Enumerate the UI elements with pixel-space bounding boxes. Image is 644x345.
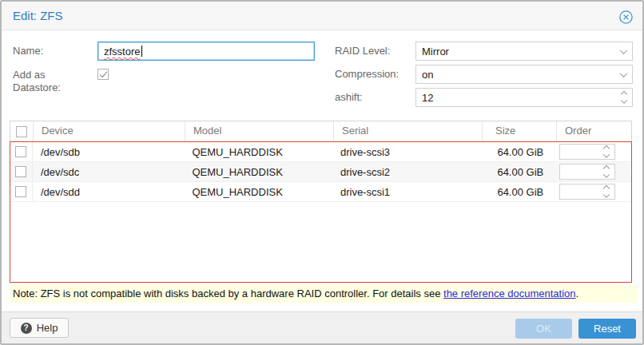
raid-level-label: RAID Level: <box>335 42 390 61</box>
size-cell: 64.00 GiB <box>480 186 555 198</box>
compression-value: on <box>422 69 433 81</box>
column-header-device[interactable]: Device <box>33 121 185 141</box>
table-row[interactable]: /dev/sdd QEMU_HARDDISK drive-scsi1 64.00… <box>10 182 631 202</box>
chevron-down-icon[interactable] <box>621 65 626 83</box>
add-as-datastore-checkbox[interactable] <box>97 69 109 80</box>
column-header-model[interactable]: Model <box>185 121 333 141</box>
zfs-note: Note: ZFS is not compatible with disks b… <box>10 285 637 303</box>
reference-documentation-link[interactable]: the reference documentation <box>443 288 576 299</box>
ashift-value: 12 <box>422 92 433 104</box>
spinner-up-icon[interactable] <box>603 145 610 151</box>
name-input-value: zfsstore <box>104 46 141 58</box>
select-all-cell <box>10 121 33 141</box>
disk-table: Device Model Serial Size Order /dev/sdb … <box>10 121 632 283</box>
device-cell: /dev/sdb <box>33 146 185 158</box>
spinner-arrows[interactable] <box>604 145 609 159</box>
chevron-down-icon[interactable] <box>621 42 626 60</box>
spinner-up-icon[interactable] <box>603 184 610 191</box>
size-cell: 64.00 GiB <box>480 166 555 178</box>
row-checkbox-cell <box>10 162 33 181</box>
spinner-up-icon[interactable] <box>603 165 610 171</box>
raid-level-select[interactable]: Mirror <box>415 42 633 61</box>
compression-label: Compression: <box>335 65 399 84</box>
order-spinner[interactable] <box>559 144 615 160</box>
order-spinner[interactable] <box>559 184 615 200</box>
spinner-down-icon[interactable] <box>603 171 610 177</box>
text-caret <box>141 46 142 57</box>
order-cell <box>555 164 631 180</box>
disk-table-body: /dev/sdb QEMU_HARDDISK drive-scsi3 64.00… <box>10 141 632 283</box>
serial-cell: drive-scsi3 <box>332 146 481 158</box>
reset-button[interactable]: Reset <box>578 319 636 339</box>
spinner-down-icon[interactable] <box>603 151 610 157</box>
dialog-title: Edit: ZFS <box>13 2 63 30</box>
dialog-footer: ? Help OK Reset <box>2 311 642 343</box>
spinner-arrows[interactable] <box>604 165 609 179</box>
disk-table-header: Device Model Serial Size Order <box>10 121 632 141</box>
model-cell: QEMU_HARDDISK <box>184 186 332 198</box>
column-header-serial[interactable]: Serial <box>333 121 482 141</box>
dialog-header: Edit: ZFS <box>2 2 642 30</box>
note-text: Note: ZFS is not compatible with disks b… <box>13 288 443 299</box>
row-checkbox-cell <box>10 142 33 161</box>
name-input[interactable]: zfsstore <box>97 42 315 61</box>
row-checkbox-cell <box>10 182 33 201</box>
add-as-datastore-label: Add as Datastore: <box>13 69 86 94</box>
order-cell <box>555 184 631 200</box>
row-checkbox[interactable] <box>15 146 26 157</box>
model-cell: QEMU_HARDDISK <box>184 146 332 158</box>
serial-cell: drive-scsi1 <box>332 186 481 198</box>
compression-select[interactable]: on <box>415 65 633 84</box>
select-all-checkbox[interactable] <box>16 126 27 137</box>
spinner-down-icon[interactable] <box>603 191 610 197</box>
close-icon[interactable] <box>619 10 633 24</box>
ashift-label: ashift: <box>335 88 363 107</box>
help-button[interactable]: ? Help <box>10 318 69 338</box>
size-cell: 64.00 GiB <box>480 146 555 158</box>
checkbox-check-icon <box>99 69 107 77</box>
device-cell: /dev/sdc <box>33 166 185 178</box>
help-button-label: Help <box>37 322 58 334</box>
serial-cell: drive-scsi2 <box>332 166 481 178</box>
table-row[interactable]: /dev/sdb QEMU_HARDDISK drive-scsi3 64.00… <box>10 142 631 162</box>
device-cell: /dev/sdd <box>33 186 185 198</box>
edit-zfs-dialog: Edit: ZFS Name: zfsstore Add as Datastor… <box>0 0 644 345</box>
row-checkbox[interactable] <box>15 166 26 177</box>
order-spinner[interactable] <box>559 164 615 180</box>
spinner-down-icon[interactable] <box>621 97 627 103</box>
order-cell <box>555 144 631 160</box>
table-row[interactable]: /dev/sdc QEMU_HARDDISK drive-scsi2 64.00… <box>10 162 631 182</box>
row-checkbox[interactable] <box>15 186 26 197</box>
help-icon: ? <box>21 323 32 334</box>
ashift-spinner[interactable]: 12 <box>415 88 633 107</box>
spinner-arrows[interactable] <box>604 184 609 199</box>
model-cell: QEMU_HARDDISK <box>184 166 332 178</box>
column-header-order[interactable]: Order <box>556 121 631 141</box>
name-label: Name: <box>13 42 43 61</box>
ok-button[interactable]: OK <box>515 319 572 339</box>
spinner-arrows[interactable] <box>622 89 626 106</box>
note-text-end: . <box>576 288 579 299</box>
raid-level-value: Mirror <box>422 46 449 58</box>
column-header-size[interactable]: Size <box>482 121 556 141</box>
